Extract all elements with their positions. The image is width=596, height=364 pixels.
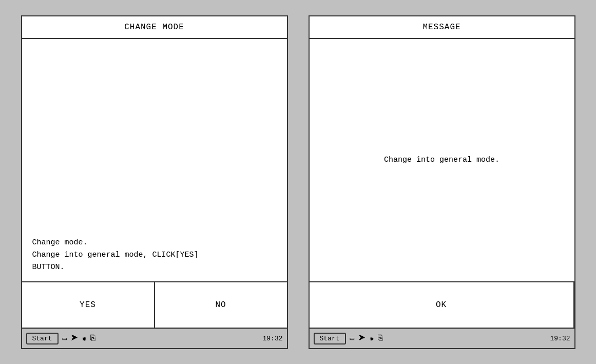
left-brightness-icon: ✸: [82, 334, 86, 343]
right-brightness-icon: ✸: [370, 334, 374, 343]
left-panel-line-1: Change mode.: [32, 237, 277, 249]
left-taskbar: Start ▭ ⮞ ✸ ⎘ 19:32: [22, 329, 287, 348]
left-start-button[interactable]: Start: [26, 333, 59, 344]
right-panel-body: Change into general mode.: [310, 39, 574, 282]
right-window-icon[interactable]: ▭: [350, 334, 354, 343]
right-panel-text: Change into general mode.: [384, 154, 499, 166]
left-time: 19:32: [262, 335, 282, 342]
left-panel-buttons: YES NO: [22, 282, 287, 329]
left-keyboard-icon: ⎘: [90, 334, 95, 343]
ok-button[interactable]: OK: [310, 282, 574, 328]
left-cursor-icon: ⮞: [71, 334, 78, 342]
no-button[interactable]: NO: [155, 282, 287, 328]
right-panel: MESSAGE Change into general mode. OK Sta…: [309, 15, 575, 349]
left-panel-body: Change mode. Change into general mode, C…: [22, 39, 287, 282]
left-panel-line-2: Change into general mode, CLICK[YES]: [32, 249, 277, 261]
left-panel-text: Change mode. Change into general mode, C…: [32, 237, 277, 274]
right-panel-title: MESSAGE: [310, 16, 574, 39]
left-window-icon[interactable]: ▭: [63, 334, 67, 343]
left-panel: CHANGE MODE Change mode. Change into gen…: [21, 15, 288, 349]
right-cursor-icon: ⮞: [358, 334, 366, 342]
right-time: 19:32: [550, 335, 570, 342]
yes-button[interactable]: YES: [22, 282, 155, 328]
left-panel-line-3: BUTTON.: [32, 261, 277, 274]
right-panel-buttons: OK: [310, 282, 574, 329]
right-keyboard-icon: ⎘: [378, 334, 383, 343]
left-panel-title: CHANGE MODE: [22, 16, 287, 39]
right-start-button[interactable]: Start: [314, 333, 346, 344]
right-taskbar: Start ▭ ⮞ ✸ ⎘ 19:32: [310, 329, 574, 348]
